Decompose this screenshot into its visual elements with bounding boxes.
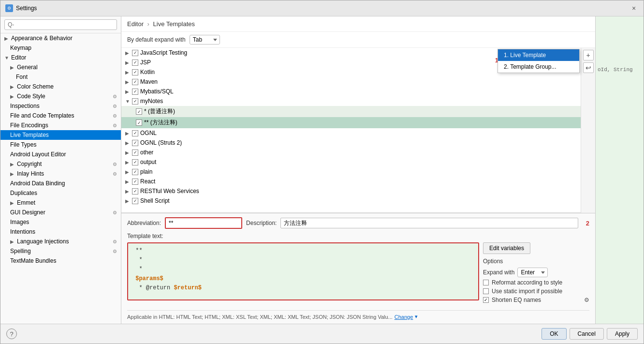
ok-button[interactable]: OK (542, 328, 566, 340)
sidebar-item-images[interactable]: Images (0, 217, 121, 227)
sidebar-item-inlay-hints[interactable]: ▶ Inlay Hints ⚙ (0, 169, 121, 179)
sidebar-item-label: Duplicates (10, 190, 37, 196)
gear-icon[interactable]: ⚙ (584, 297, 589, 303)
sidebar-item-label: Code Style (17, 93, 45, 100)
sidebar-item-android-data-binding[interactable]: Android Data Binding (0, 179, 121, 188)
search-input[interactable] (4, 19, 117, 30)
checkbox-shell[interactable]: ✓ (132, 198, 138, 204)
static-import-label: Use static import if possible (492, 288, 562, 295)
template-item-mynotes-2[interactable]: ✓ ** (方法注释) (121, 117, 581, 128)
shorten-checkbox[interactable] (483, 297, 489, 303)
sidebar-item-label: Spelling (10, 248, 31, 254)
sidebar-item-keymap[interactable]: Keymap (0, 43, 121, 53)
sidebar-item-file-encodings[interactable]: File Encodings ⚙ (0, 120, 121, 130)
sidebar-item-code-style[interactable]: ▶ Code Style ⚙ (0, 91, 121, 101)
group-label: OGNL (Struts 2) (140, 139, 182, 146)
checkbox-restful[interactable]: ✓ (132, 188, 138, 194)
chevron-right-icon: ▶ (125, 60, 130, 65)
group-other[interactable]: ▶ ✓ other (121, 148, 581, 157)
dropdown-item-template-group[interactable]: 2. Template Group... (498, 61, 579, 73)
group-shell[interactable]: ▶ ✓ Shell Script (121, 196, 581, 206)
static-import-checkbox[interactable] (483, 288, 489, 294)
sidebar-item-label: Android Data Binding (10, 180, 65, 187)
checkbox-mynotes-2[interactable]: ✓ (136, 120, 142, 126)
sidebar-item-android-layout-editor[interactable]: Android Layout Editor (0, 150, 121, 159)
expand-label: By default expand with (127, 36, 186, 43)
group-restful[interactable]: ▶ ✓ RESTful Web Services (121, 186, 581, 196)
description-label: Description: (246, 220, 277, 226)
template-text-content: ** * * $params$ * @return $return$ (132, 246, 474, 293)
sidebar-item-inspections[interactable]: Inspections ⚙ (0, 101, 121, 111)
checkbox-other[interactable]: ✓ (132, 150, 138, 156)
add-button[interactable]: + (583, 50, 594, 60)
group-plain[interactable]: ▶ ✓ plain (121, 167, 581, 177)
checkbox-output[interactable]: ✓ (132, 159, 138, 165)
checkbox-plain[interactable]: ✓ (132, 169, 138, 175)
right-code-text: oId, String (598, 67, 642, 73)
expand-select[interactable]: Tab Enter Space (190, 35, 220, 45)
sidebar-item-label: Inspections (10, 103, 40, 109)
sidebar-item-label: Intentions (10, 228, 35, 235)
sidebar-item-appearance[interactable]: ▶ Appearance & Behavior (0, 33, 121, 43)
sidebar-item-live-templates[interactable]: Live Templates (0, 130, 121, 140)
title-bar: ⚙ Settings × (0, 0, 644, 16)
checkbox-mybatis[interactable]: ✓ (132, 89, 138, 95)
sidebar-item-spelling[interactable]: Spelling ⚙ (0, 246, 121, 256)
dropdown-menu: 1. Live Template 2. Template Group... (498, 49, 580, 73)
change-link[interactable]: Change (395, 314, 413, 320)
undo-button[interactable]: ↩ (583, 62, 594, 73)
options-expand-select[interactable]: Enter Tab Space (517, 268, 548, 277)
cancel-button[interactable]: Cancel (570, 328, 604, 340)
breadcrumb: Editor › Live Templates (121, 16, 595, 32)
reformat-checkbox[interactable] (483, 280, 489, 285)
sidebar-item-gui-designer[interactable]: GUI Designer ⚙ (0, 208, 121, 217)
sidebar-item-file-code-templates[interactable]: File and Code Templates ⚙ (0, 111, 121, 120)
sidebar-item-textmate-bundles[interactable]: TextMate Bundles (0, 256, 121, 266)
sidebar-item-emmet[interactable]: ▶ Emmet (0, 198, 121, 208)
group-ognl-struts[interactable]: ▶ ✓ OGNL (Struts 2) (121, 138, 581, 148)
sidebar-item-color-scheme[interactable]: ▶ Color Scheme (0, 82, 121, 91)
group-label: Shell Script (140, 197, 170, 204)
sidebar-item-intentions[interactable]: Intentions (0, 227, 121, 237)
checkbox-maven[interactable]: ✓ (132, 79, 138, 85)
abbreviation-input[interactable] (165, 217, 242, 229)
sidebar-item-label: Appearance & Behavior (11, 35, 73, 42)
sidebar-item-language-injections[interactable]: ▶ Language Injections ⚙ (0, 237, 121, 246)
group-output[interactable]: ▶ ✓ output (121, 157, 581, 167)
checkbox-ognl-struts[interactable]: ✓ (132, 140, 138, 146)
description-input[interactable] (280, 218, 578, 228)
checkbox-jsp[interactable]: ✓ (132, 60, 138, 66)
sidebar-item-file-types[interactable]: File Types (0, 140, 121, 150)
chevron-right-icon: ▶ (125, 50, 130, 56)
close-button[interactable]: × (629, 3, 639, 13)
sidebar-item-label: File and Code Templates (10, 112, 74, 119)
group-ognl[interactable]: ▶ ✓ OGNL (121, 128, 581, 138)
checkbox-react[interactable]: ✓ (132, 179, 138, 185)
edit-variables-button[interactable]: Edit variables (483, 242, 530, 254)
sidebar-item-editor[interactable]: ▼ Editor (0, 53, 121, 62)
chevron-right-icon: ▶ (125, 89, 130, 94)
shorten-row: Shorten EQ names ⚙ (483, 297, 589, 303)
template-text-area[interactable]: ** * * $params$ * @return $return$ 3 (127, 242, 479, 300)
group-mynotes[interactable]: ▼ ✓ myNotes (121, 96, 581, 106)
group-react[interactable]: ▶ ✓ React (121, 177, 581, 186)
checkbox-js-testing[interactable]: ✓ (132, 50, 138, 56)
dropdown-item-live-template[interactable]: 1. Live Template (498, 49, 579, 61)
checkbox-ognl[interactable]: ✓ (132, 130, 138, 136)
group-mybatis[interactable]: ▶ ✓ Mybatis/SQL (121, 87, 581, 96)
sidebar-item-label: GUI Designer (10, 209, 45, 216)
settings-icon: ⚙ (113, 239, 117, 244)
sidebar-item-general[interactable]: ▶ General (0, 62, 121, 72)
group-label: JSP (140, 59, 151, 66)
toolbar: By default expand with Tab Enter Space (121, 32, 595, 48)
help-button[interactable]: ? (6, 329, 17, 339)
sidebar-item-duplicates[interactable]: Duplicates (0, 188, 121, 198)
sidebar-item-font[interactable]: Font (0, 72, 121, 82)
checkbox-kotlin[interactable]: ✓ (132, 69, 138, 75)
checkbox-mynotes-1[interactable]: ✓ (136, 108, 142, 115)
checkbox-mynotes[interactable]: ✓ (132, 98, 138, 105)
group-maven[interactable]: ▶ ✓ Maven (121, 77, 581, 87)
apply-button[interactable]: Apply (607, 328, 638, 340)
template-item-mynotes-1[interactable]: ✓ * (普通注释) (121, 106, 581, 117)
sidebar-item-copyright[interactable]: ▶ Copyright ⚙ (0, 159, 121, 169)
